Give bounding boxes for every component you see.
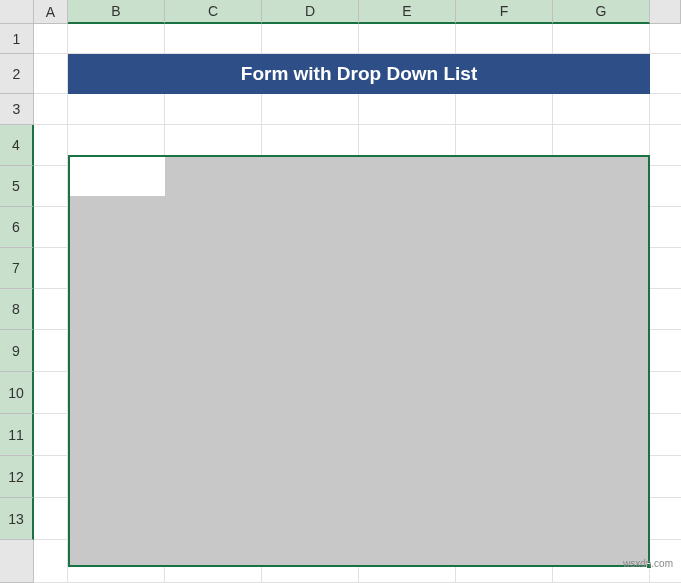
cell-edge-13 [650,498,681,540]
cell-c3[interactable] [165,94,262,125]
cell-a10[interactable] [34,372,68,414]
active-cell[interactable] [70,157,165,196]
cell-a7[interactable] [34,248,68,289]
watermark-text: wsxdn.com [623,558,673,569]
cell-a14[interactable] [34,540,68,583]
row-header-14[interactable] [0,540,34,583]
cell-edge-12 [650,456,681,498]
cell-a6[interactable] [34,207,68,248]
cell-b1[interactable] [68,24,165,54]
col-header-d[interactable]: D [262,0,359,24]
col-header-b[interactable]: B [68,0,165,24]
cell-edge-7 [650,248,681,289]
cell-d1[interactable] [262,24,359,54]
cell-a4[interactable] [34,125,68,166]
cell-f1[interactable] [456,24,553,54]
cell-f3[interactable] [456,94,553,125]
col-header-g[interactable]: G [553,0,650,24]
cell-a12[interactable] [34,456,68,498]
cell-a9[interactable] [34,330,68,372]
col-header-e[interactable]: E [359,0,456,24]
cell-a8[interactable] [34,289,68,330]
row-header-13[interactable]: 13 [0,498,34,540]
cell-edge-1 [650,24,681,54]
cell-edge-3 [650,94,681,125]
cell-a1[interactable] [34,24,68,54]
row-header-11[interactable]: 11 [0,414,34,456]
col-header-f[interactable]: F [456,0,553,24]
row-header-6[interactable]: 6 [0,207,34,248]
col-header-a[interactable]: A [34,0,68,24]
title-merged-cell[interactable]: Form with Drop Down List [68,54,650,94]
cell-a13[interactable] [34,498,68,540]
cell-a11[interactable] [34,414,68,456]
row-header-10[interactable]: 10 [0,372,34,414]
cell-e3[interactable] [359,94,456,125]
cell-c1[interactable] [165,24,262,54]
cell-edge-9 [650,330,681,372]
selection-fill [70,157,648,565]
col-header-c[interactable]: C [165,0,262,24]
cell-b3[interactable] [68,94,165,125]
cell-g1[interactable] [553,24,650,54]
cell-d3[interactable] [262,94,359,125]
row-header-8[interactable]: 8 [0,289,34,330]
cell-edge-5 [650,166,681,207]
cell-edge-10 [650,372,681,414]
row-header-5[interactable]: 5 [0,166,34,207]
cell-edge-4 [650,125,681,166]
row-header-7[interactable]: 7 [0,248,34,289]
cell-edge-2 [650,54,681,94]
cell-g3[interactable] [553,94,650,125]
cell-edge-6 [650,207,681,248]
row-header-2[interactable]: 2 [0,54,34,94]
cell-a3[interactable] [34,94,68,125]
select-all-corner[interactable] [0,0,34,24]
row-header-3[interactable]: 3 [0,94,34,125]
row-header-4[interactable]: 4 [0,125,34,166]
row-header-9[interactable]: 9 [0,330,34,372]
row-header-1[interactable]: 1 [0,24,34,54]
cell-edge-8 [650,289,681,330]
col-header-edge [650,0,681,24]
cell-a2[interactable] [34,54,68,94]
row-header-12[interactable]: 12 [0,456,34,498]
cell-edge-11 [650,414,681,456]
cell-a5[interactable] [34,166,68,207]
cell-e1[interactable] [359,24,456,54]
